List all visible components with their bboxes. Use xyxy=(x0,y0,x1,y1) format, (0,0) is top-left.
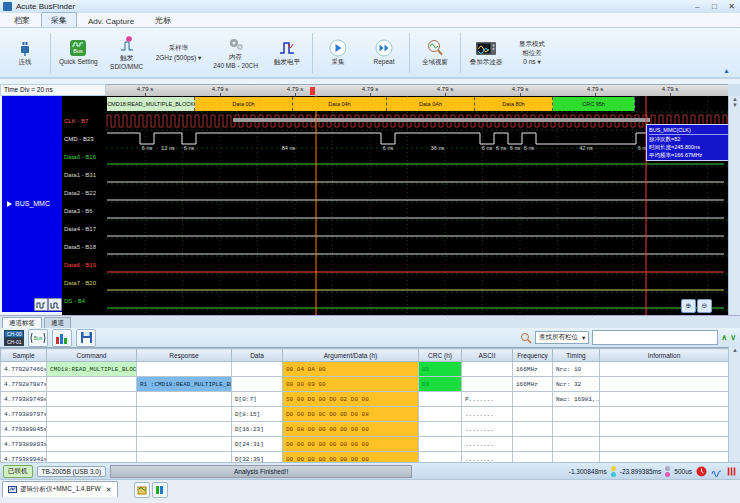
search-next-button[interactable]: ∨ xyxy=(730,333,736,343)
repeat-button[interactable]: Repeat xyxy=(361,30,407,76)
table-row[interactable]: 4.779389797sD[8:15]D0 00 D0 0C D0 0D D0 … xyxy=(1,407,729,422)
search-input[interactable] xyxy=(592,330,718,345)
ribbon-tab-3[interactable]: 光标 xyxy=(145,12,181,27)
cell-crc xyxy=(419,437,462,452)
minimize-button[interactable]: – xyxy=(689,2,706,11)
session-tab[interactable]: 逻辑分析仪+MMC_1.4.BFW ✕ xyxy=(2,481,118,497)
decode-block: Data 0Ah xyxy=(387,97,475,111)
trigger-icon xyxy=(118,35,136,53)
repeat-icon xyxy=(375,39,393,57)
channel-label-3[interactable]: Data1 - B31 xyxy=(64,172,96,178)
cursor-pair-2-icon xyxy=(665,466,670,477)
global-view-button[interactable]: 全域视窗 xyxy=(412,30,458,76)
cell-arg: 00 00 09 00 xyxy=(283,377,419,392)
channel-label-0[interactable]: CLK - B7 xyxy=(64,118,88,124)
channel-label-8[interactable]: Data6 - B19 xyxy=(64,262,96,268)
cell-timing: Nac: 16981,… xyxy=(553,392,600,407)
cmd-seg-label: 6 ns xyxy=(182,145,196,151)
table-row[interactable]: 4.779287987sR1 :CMD18:READ_MULTIPLE_BLOC… xyxy=(1,377,729,392)
connect-button[interactable]: 连线 xyxy=(2,30,48,76)
channel-label-7[interactable]: Data5 - B18 xyxy=(64,244,96,250)
cell-command xyxy=(47,437,137,452)
table-row[interactable]: 4.779389845sD[16:23]D0 08 00 00 00 00 00… xyxy=(1,422,729,437)
statistics-button[interactable] xyxy=(52,329,72,347)
trigger-level-button[interactable]: 触发电平 xyxy=(264,30,310,76)
svg-text:Bus: Bus xyxy=(74,48,84,54)
connection-status: 已联机 xyxy=(3,465,33,478)
channel-label-10[interactable]: DS - B4 xyxy=(64,298,85,304)
ribbon-tab-0[interactable]: 档案 xyxy=(4,12,40,27)
memory-dropdown[interactable]: 内存240 MB - 20CH xyxy=(207,30,264,76)
ribbon-tab-1[interactable]: 采集 xyxy=(41,12,77,27)
close-button[interactable]: ✕ xyxy=(723,2,740,11)
channel-label-2[interactable]: Data0 - B16 xyxy=(64,154,96,160)
search-scope-dropdown[interactable]: 查找所有栏位 ▾ xyxy=(535,331,589,344)
tooltip-title: BUS_MMC(CLK) xyxy=(649,126,728,135)
new-analyzer-button[interactable] xyxy=(152,482,168,498)
waveform-view-icon[interactable] xyxy=(711,466,722,477)
cell-data: D[0:7] xyxy=(232,392,283,407)
table-row[interactable]: 4.779389893sD[24:31]00 00 00 00 00 00 00… xyxy=(1,437,729,452)
cell-sample: 4.779287987s xyxy=(1,377,47,392)
cell-ascii: P....... xyxy=(462,392,513,407)
list-view-icon[interactable] xyxy=(726,466,737,477)
waveform-scrollbar[interactable]: ▲▼ xyxy=(728,96,740,315)
bus-wave-button-1[interactable] xyxy=(34,298,48,311)
ribbon-collapse-button[interactable]: ▲ xyxy=(715,65,738,76)
display-mode-dropdown[interactable]: 显示模式相位差0 ns ▾ xyxy=(509,30,555,76)
bus-wave-button-2[interactable] xyxy=(48,298,62,311)
column-header[interactable]: ASCII xyxy=(462,349,513,362)
cell-data xyxy=(232,362,283,377)
zoom-in-button[interactable]: ⊕ xyxy=(681,299,696,313)
channel-label-4[interactable]: Data2 - B22 xyxy=(64,190,96,196)
sample-rate-dropdown[interactable]: 采样率2GHz (500ps) ▾ xyxy=(150,30,208,76)
column-header[interactable]: Data xyxy=(232,349,283,362)
channel-label-strip: CLK - B7CMD - B23Data0 - B16Data1 - B31D… xyxy=(62,96,106,315)
quick-setting-button[interactable]: BusQuick Setting xyxy=(53,30,104,76)
bus-icon: Bus xyxy=(69,39,87,57)
search-prev-button[interactable]: ∧ xyxy=(721,333,727,343)
tab-channel-labels[interactable]: 通道标签 xyxy=(2,317,42,329)
column-header[interactable]: Information xyxy=(600,349,729,362)
ribbon-tab-2[interactable]: Adv. Capture xyxy=(78,14,144,27)
channel-pair-button[interactable]: CH-00 CH-01 xyxy=(4,330,24,346)
save-report-button[interactable] xyxy=(76,329,96,347)
cell-sample: 4.779389845s xyxy=(1,422,47,437)
ruler-corner xyxy=(728,84,740,96)
clock-icon[interactable] xyxy=(696,466,707,477)
column-header[interactable]: Response xyxy=(137,349,232,362)
stack-scope-button[interactable]: 叠加示波器 xyxy=(463,30,509,76)
column-header[interactable]: Argument/Data (h) xyxy=(283,349,419,362)
capture-button[interactable]: 采集 xyxy=(315,30,361,76)
bus-expand-icon[interactable] xyxy=(7,201,12,207)
channel-label-9[interactable]: Data7 - B20 xyxy=(64,280,96,286)
channel-label-6[interactable]: Data4 - B17 xyxy=(64,226,96,232)
app-icon xyxy=(3,2,12,11)
session-close-icon[interactable]: ✕ xyxy=(106,486,112,494)
trigger-button[interactable]: 触发SDIO/MMC xyxy=(104,30,150,76)
cmd-seg-label: 6 ns xyxy=(480,145,494,151)
cell-timing: Nrc: 10 xyxy=(553,362,600,377)
display-mode-dropdown-label-2: 0 ns ▾ xyxy=(523,58,540,66)
analysis-progress: Analysis Finished!! xyxy=(110,465,412,478)
channel-label-5[interactable]: Data3 - B6 xyxy=(64,208,93,214)
column-header[interactable]: Command xyxy=(47,349,137,362)
table-row[interactable]: 4.779287466sCMD18:READ_MULTIPLE_BLOCK00 … xyxy=(1,362,729,377)
table-row[interactable]: 4.779389749sD[0:7]50 00 D0 00 D0 02 D0 0… xyxy=(1,392,729,407)
channel-label-1[interactable]: CMD - B23 xyxy=(64,136,94,142)
bus-decode-button[interactable]: Bus xyxy=(28,329,48,347)
cell-crc xyxy=(419,407,462,422)
zoom-out-button[interactable]: ⊖ xyxy=(697,299,712,313)
tab-channels[interactable]: 通道 xyxy=(44,317,71,329)
new-session-button[interactable] xyxy=(134,482,150,498)
column-header[interactable]: CRC (h) xyxy=(419,349,462,362)
column-header[interactable]: Frequency xyxy=(513,349,553,362)
column-header[interactable]: Sample xyxy=(1,349,47,362)
maximize-button[interactable]: □ xyxy=(706,2,723,11)
tooltip-line: 脉冲次数=82 xyxy=(649,135,728,143)
cell-crc: 95 xyxy=(419,362,462,377)
table-scrollbar[interactable]: ▲ xyxy=(728,347,740,462)
column-header[interactable]: Timing xyxy=(553,349,600,362)
bus-panel[interactable]: BUS_MMC xyxy=(2,96,62,312)
waveform-canvas[interactable]: CMD18:READ_MULTIPLE_BLOCKData 00hData 04… xyxy=(106,96,728,315)
